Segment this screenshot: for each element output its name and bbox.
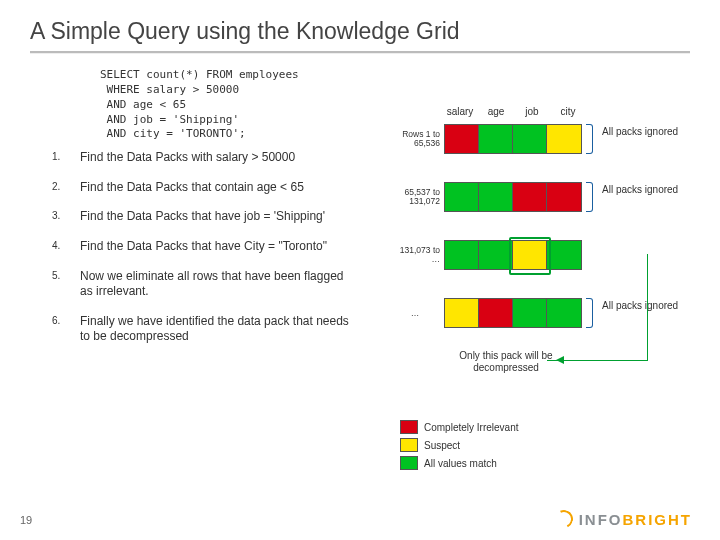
list-item: Find the Data Packs with salary > 50000 (52, 150, 352, 166)
legend-label: Completely Irrelevant (424, 422, 518, 433)
row-label: Rows 1 to 65,536 (390, 130, 444, 148)
logo-mark-icon (552, 507, 575, 530)
logo: INFOBRIGHT (555, 510, 692, 528)
column-header: city (550, 106, 586, 117)
list-item: Now we eliminate all rows that have been… (52, 269, 352, 300)
row-label: … (390, 309, 444, 318)
cell-irrelevant (479, 299, 513, 327)
column-header: salary (442, 106, 478, 117)
grid-column-headers: salary age job city (442, 106, 586, 117)
legend-item: Suspect (400, 438, 518, 452)
logo-text-a: INFO (579, 511, 623, 528)
swatch-irrelevant (400, 420, 418, 434)
column-header: job (514, 106, 550, 117)
divider (30, 51, 690, 54)
legend-label: Suspect (424, 440, 460, 451)
cell-match (479, 183, 513, 211)
cells (444, 124, 582, 154)
cell-irrelevant (445, 125, 479, 153)
swatch-suspect (400, 438, 418, 452)
steps-list: Find the Data Packs with salary > 50000 … (52, 150, 352, 345)
highlight-box (509, 237, 551, 275)
bracket-icon (586, 124, 593, 154)
list-item: Find the Data Packs that have City = "To… (52, 239, 352, 255)
cell-match (445, 241, 479, 269)
list-item: Find the Data Packs that contain age < 6… (52, 180, 352, 196)
logo-text-b: BRIGHT (623, 511, 693, 528)
legend-item: Completely Irrelevant (400, 420, 518, 434)
cell-suspect (445, 299, 479, 327)
legend-item: All values match (400, 456, 518, 470)
column-header: age (478, 106, 514, 117)
legend-label: All values match (424, 458, 497, 469)
slide: A Simple Query using the Knowledge Grid … (0, 0, 720, 540)
row-label: 65,537 to 131,072 (390, 188, 444, 206)
list-item: Finally we have identified the data pack… (52, 314, 352, 345)
cells (444, 182, 582, 212)
cell-match (513, 299, 547, 327)
cell-irrelevant (513, 183, 547, 211)
arrow-path (547, 254, 648, 361)
grid-row: 65,537 to 131,072 (390, 182, 582, 212)
cell-match (479, 125, 513, 153)
ignored-label: All packs ignored (602, 126, 678, 137)
arrow-path (560, 360, 647, 361)
cell-match (445, 183, 479, 211)
bracket-icon (586, 182, 593, 212)
grid-row: Rows 1 to 65,536 (390, 124, 582, 154)
cell-match (479, 241, 513, 269)
swatch-match (400, 456, 418, 470)
page-number: 19 (20, 514, 32, 526)
page-title: A Simple Query using the Knowledge Grid (0, 0, 720, 51)
ignored-label: All packs ignored (602, 184, 678, 195)
cell-suspect (547, 125, 581, 153)
cell-match (513, 125, 547, 153)
row-label: 131,073 to … (390, 246, 444, 264)
decompress-label: Only this pack will be decompressed (456, 350, 556, 373)
list-item: Find the Data Packs that have job = 'Shi… (52, 209, 352, 225)
legend: Completely Irrelevant Suspect All values… (400, 420, 518, 474)
cell-irrelevant (547, 183, 581, 211)
arrowhead-icon (556, 356, 564, 364)
